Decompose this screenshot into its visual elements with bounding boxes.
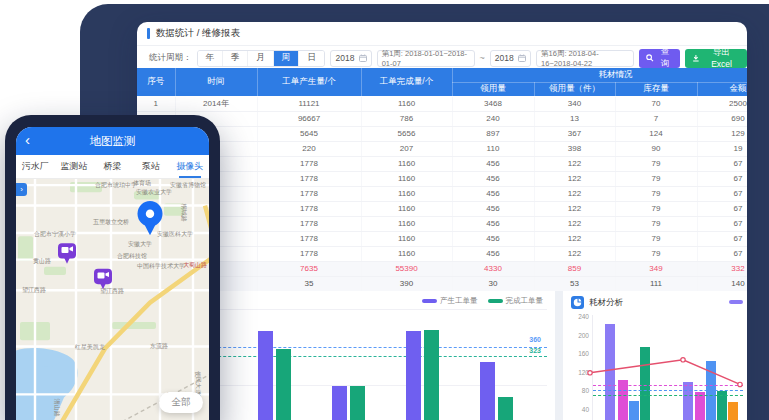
back-chevron-icon[interactable]: ‹	[25, 131, 30, 149]
legend-label-created: 产生工单量	[440, 296, 478, 306]
table-row: 10177811604561227967	[137, 231, 747, 246]
table-cell: 390	[361, 276, 452, 291]
legend-item-created: 产生工单量	[422, 296, 478, 306]
table-cell: 67	[697, 186, 747, 201]
table-cell: 7635	[257, 261, 361, 276]
phone-tab-桥梁[interactable]: 桥梁	[93, 155, 132, 178]
report-table: 序号 时间 工单产生量/个 工单完成量/个 耗材情况 领用量 领用量（件） 库存…	[137, 68, 747, 292]
table-cell: 240	[452, 111, 534, 126]
period-button-季[interactable]: 季	[223, 51, 248, 66]
export-button-label: 导出Excel	[703, 47, 740, 69]
svg-text:安徽省博物馆: 安徽省博物馆	[170, 181, 206, 189]
table-cell: 1	[137, 96, 175, 111]
table-cell: 79	[615, 186, 697, 201]
work-orders-bar	[350, 386, 365, 420]
table-cell: 690	[697, 111, 747, 126]
table-cell: 456	[452, 156, 534, 171]
table-row: 356455656897367124129	[137, 126, 747, 141]
table-cell: 398	[534, 141, 615, 156]
col-header-sub3: 库存量	[615, 82, 697, 96]
period-button-年[interactable]: 年	[198, 51, 223, 66]
table-cell: 79	[615, 201, 697, 216]
svg-text:安徽医科大学: 安徽医科大学	[157, 230, 193, 238]
table-cell: 456	[452, 186, 534, 201]
calendar-icon	[518, 54, 526, 62]
table-cell: 207	[361, 141, 452, 156]
svg-text:桐城路: 桐城路	[180, 202, 187, 221]
table-cell: 53	[534, 276, 615, 291]
svg-text:安徽大学: 安徽大学	[128, 240, 152, 248]
table-cell: 1160	[361, 201, 452, 216]
table-cell: 96667	[257, 111, 361, 126]
work-orders-bar	[424, 330, 439, 420]
table-cell: 35	[257, 276, 361, 291]
phone-title: 地图监测	[90, 134, 136, 149]
to-year-select[interactable]: 2018	[490, 50, 531, 67]
table-cell: 220	[257, 141, 361, 156]
table-cell: 55390	[361, 261, 452, 276]
table-row: 6177811604561227967	[137, 171, 747, 186]
table-cell: 79	[615, 231, 697, 246]
from-year-select[interactable]: 2018	[330, 50, 371, 67]
table-cell: 140	[697, 276, 747, 291]
phone-tab-污水厂[interactable]: 污水厂	[16, 155, 55, 178]
table-cell: 129	[697, 126, 747, 141]
svg-text:安徽农业大学: 安徽农业大学	[136, 188, 172, 196]
average-row: 平均值353903053111140	[137, 276, 747, 291]
stage: 数据统计 / 维修报表 统计周期： 年季月周日 2018 第1周: 2018-0…	[0, 0, 769, 420]
period-button-月[interactable]: 月	[248, 51, 273, 66]
table-cell: 456	[452, 231, 534, 246]
table-cell: 122	[534, 246, 615, 261]
table-cell: 1160	[361, 96, 452, 111]
search-button-label: 查询	[657, 46, 674, 70]
col-group-consumables: 耗材情况	[452, 68, 747, 82]
work-orders-bar	[406, 331, 421, 420]
table-row: 12014年1112111603468340702500	[137, 96, 747, 111]
phone-tab-监测站[interactable]: 监测站	[55, 155, 94, 178]
phone-tab-泵站[interactable]: 泵站	[132, 155, 171, 178]
table-row: 8177811604561227967	[137, 201, 747, 216]
to-week-input[interactable]: 第16周: 2018-04-16~2018-04-22	[536, 50, 634, 67]
table-cell: 2014年	[175, 96, 257, 111]
svg-text:东流路: 东流路	[150, 342, 168, 350]
table-cell: 67	[697, 231, 747, 246]
table-row: 5177811604561227967	[137, 156, 747, 171]
table-cell: 122	[534, 171, 615, 186]
map-canvas: 合肥市琥珀中学 体育场 安徽农业大学 安徽省博物馆 桐城路 五里墩立交桥 安徽医…	[16, 179, 209, 420]
period-button-日[interactable]: 日	[299, 51, 324, 66]
phone-screen: ‹ 地图监测 污水厂监测站桥梁泵站摄像头	[16, 127, 209, 420]
col-header-completed: 工单完成量/个	[361, 68, 452, 96]
legend-label-completed: 完成工单量	[506, 296, 544, 306]
table-cell: 79	[615, 171, 697, 186]
table-cell: 79	[615, 246, 697, 261]
to-year-value: 2018	[495, 53, 514, 63]
trend-point	[588, 371, 592, 375]
phone-tab-bar: 污水厂监测站桥梁泵站摄像头	[16, 155, 209, 179]
work-orders-legend: 产生工单量 完成工单量	[422, 296, 543, 306]
col-header-time: 时间	[175, 68, 257, 96]
svg-text:中国科学技术大学: 中国科学技术大学	[137, 262, 185, 270]
table-cell: 124	[615, 126, 697, 141]
filter-row: 统计周期： 年季月周日 2018 第1周: 2018-01-01~2018-01…	[137, 47, 747, 69]
table-cell: 13	[534, 111, 615, 126]
export-excel-button[interactable]: 导出Excel	[685, 49, 747, 68]
table-cell: 1778	[257, 246, 361, 261]
map-view[interactable]: 合肥市琥珀中学 体育场 安徽农业大学 安徽省博物馆 桐城路 五里墩立交桥 安徽医…	[16, 179, 209, 420]
table-cell: 1778	[257, 186, 361, 201]
phone-tab-摄像头[interactable]: 摄像头	[170, 155, 209, 178]
table-cell: 11121	[257, 96, 361, 111]
dashboard-card: 数据统计 / 维修报表 统计周期： 年季月周日 2018 第1周: 2018-0…	[137, 22, 747, 420]
col-header-seq: 序号	[137, 68, 175, 96]
search-button[interactable]: 查询	[639, 49, 680, 68]
table-cell: 1778	[257, 201, 361, 216]
period-button-周[interactable]: 周	[274, 51, 299, 66]
from-week-input[interactable]: 第1周: 2018-01-01~2018-01-07	[377, 50, 475, 67]
all-filter-button[interactable]: 全部	[159, 392, 203, 413]
table-row: 9177811604561227967	[137, 216, 747, 231]
table-cell: 456	[452, 216, 534, 231]
svg-text:合肥科技馆: 合肥科技馆	[117, 252, 147, 260]
map-expand-button[interactable]: ›	[16, 183, 27, 196]
svg-text:望江西路: 望江西路	[100, 287, 124, 295]
table-cell: 122	[534, 216, 615, 231]
download-icon	[692, 54, 700, 62]
